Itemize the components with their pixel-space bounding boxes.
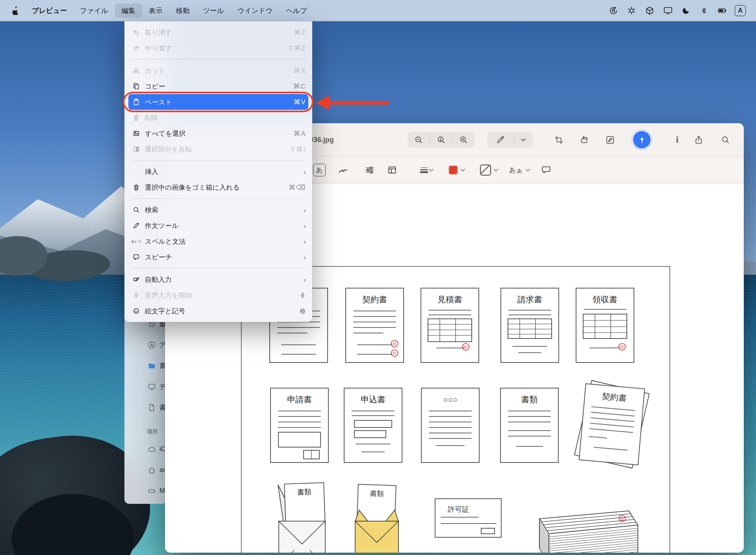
trash-icon xyxy=(131,113,142,122)
sidebar-item-label: M xyxy=(159,487,165,495)
menubar-item-edit[interactable]: 編集 xyxy=(115,4,142,18)
scissors-icon xyxy=(131,66,142,75)
annotate-tool-group xyxy=(487,132,533,148)
assistant-status[interactable] xyxy=(624,4,639,18)
magnifier-minus-icon xyxy=(414,135,423,144)
crop-button[interactable] xyxy=(550,132,568,148)
menubar-item-go[interactable]: 移動 xyxy=(169,4,196,18)
annotation-comment-button[interactable] xyxy=(537,157,555,183)
menu-item-label: 検索 xyxy=(145,205,300,215)
battery-status[interactable] xyxy=(715,4,729,18)
menubar-item-file[interactable]: ファイル xyxy=(73,4,115,18)
chevron-down-icon xyxy=(525,168,530,172)
markup-pen-icon xyxy=(606,135,615,144)
chevron-down-icon xyxy=(493,168,498,172)
markup-button[interactable] xyxy=(601,132,619,148)
menu-item-shortcut: ⌘C xyxy=(293,82,306,91)
sidebar-item-home[interactable]: an xyxy=(124,462,167,478)
doc-title: 書類 xyxy=(521,395,538,404)
menu-item-spelling-grammar[interactable]: あいう スペルと文法 › xyxy=(124,233,312,249)
menu-item-autofill[interactable]: 自動入力 › xyxy=(124,272,312,287)
sidebar-item-applications[interactable]: ア xyxy=(124,337,167,353)
line-weight-button[interactable] xyxy=(415,157,438,183)
pencil-dropdown-button[interactable] xyxy=(514,132,532,148)
doc-title: 請求書 xyxy=(517,295,542,304)
spelling-badge: あいう xyxy=(131,239,141,244)
table-button[interactable] xyxy=(384,157,401,183)
search-button[interactable] xyxy=(717,132,734,148)
rotation-lock-status[interactable] xyxy=(606,4,621,18)
apple-menu[interactable] xyxy=(6,6,26,15)
menubar-item-help[interactable]: ヘルプ xyxy=(280,4,314,18)
menu-item-copy[interactable]: コピー ⌘C xyxy=(124,78,312,94)
fill-color-button[interactable] xyxy=(445,157,468,183)
menu-item-redo[interactable]: やり直す ⇧⌘Z xyxy=(124,40,312,56)
border-color-well xyxy=(480,165,491,176)
microphone-icon xyxy=(131,291,142,300)
menu-item-label: コピー xyxy=(145,82,293,91)
menu-item-cut[interactable]: カット ⌘X xyxy=(124,63,312,78)
menubar-app-name[interactable]: プレビュー xyxy=(26,6,73,15)
menu-item-invert-selection[interactable]: 選択部分を反転 ⇧⌘I xyxy=(124,141,312,157)
screen-mirroring-status[interactable] xyxy=(661,4,675,18)
menu-item-insert[interactable]: 挿入 › xyxy=(124,164,312,179)
doc-invoice: 請求書 xyxy=(501,288,559,363)
menu-item-emoji-symbols[interactable]: 絵文字と記号 xyxy=(124,303,312,319)
doc-title: 許可証 xyxy=(448,505,469,513)
share-button[interactable] xyxy=(690,132,707,148)
zoom-controls xyxy=(408,132,474,148)
menubar-item-view[interactable]: 表示 xyxy=(142,4,169,18)
focus-mode-status[interactable] xyxy=(679,4,693,18)
pen-tip-icon xyxy=(637,135,647,144)
menu-item-paste[interactable]: ペースト ⌘V xyxy=(128,94,308,110)
doc-contract-tilted: 契約書 xyxy=(574,381,649,468)
doc-receipt: 領収書 印 xyxy=(576,288,634,363)
pencil-tool-button[interactable] xyxy=(487,132,514,148)
doc-application: 申請書 xyxy=(271,388,328,462)
doc-contract: 契約書 印 印 xyxy=(346,288,404,363)
paste-icon xyxy=(131,98,142,106)
magnifier-plus-icon xyxy=(459,135,468,144)
adjust-button[interactable] xyxy=(361,157,378,183)
signature-button[interactable] xyxy=(334,157,352,183)
menu-item-writing-tools[interactable]: 作文ツール › xyxy=(124,218,312,233)
sidebar-item-desktop[interactable]: デ xyxy=(124,379,167,394)
menu-item-delete[interactable]: 削除 xyxy=(124,110,312,126)
zoom-out-button[interactable] xyxy=(408,132,430,148)
bluetooth-status[interactable] xyxy=(697,4,711,18)
input-source-status[interactable]: A xyxy=(733,4,747,18)
menu-item-speech[interactable]: スピーチ › xyxy=(124,249,312,265)
menu-item-shortcut: ⌘V xyxy=(294,98,306,106)
stamp: 印 xyxy=(621,517,624,521)
text-tool-glyph: あ xyxy=(316,166,322,175)
sidebar-item-documents[interactable]: 書 xyxy=(124,400,167,415)
text-tool-button[interactable]: あ xyxy=(311,157,328,183)
border-color-button[interactable] xyxy=(478,157,500,183)
menu-item-select-all[interactable]: すべてを選択 ⌘A xyxy=(124,126,312,141)
menubar-item-tools[interactable]: ツール xyxy=(196,4,231,18)
menu-divider xyxy=(131,268,306,268)
box-app-status[interactable] xyxy=(643,4,657,18)
folder-icon xyxy=(147,361,156,370)
menu-item-start-dictation[interactable]: 音声入力を開始 xyxy=(124,287,312,303)
rotate-icon xyxy=(580,135,589,144)
menu-divider xyxy=(131,198,306,199)
sidebar-item-icloud[interactable]: iC xyxy=(124,441,167,457)
doc-title: 申込書 xyxy=(361,395,385,404)
menu-item-undo[interactable]: 取り消す ⌘Z xyxy=(124,24,312,40)
info-button[interactable]: i xyxy=(670,132,684,148)
menu-item-move-to-trash[interactable]: 選択中の画像をゴミ箱に入れる ⌘⌫ xyxy=(124,179,312,195)
paper-label: 書類 xyxy=(370,489,384,498)
markup-toolbar-toggle-button[interactable] xyxy=(633,131,650,148)
menubar-item-window[interactable]: ウインドウ xyxy=(231,4,280,18)
document-icon xyxy=(147,403,156,412)
text-style-button[interactable]: あぁ xyxy=(507,157,533,183)
doc-papers: 書類 xyxy=(500,388,558,462)
stamp: 印 xyxy=(621,345,624,349)
rotate-button[interactable] xyxy=(575,132,593,148)
menu-item-find[interactable]: 検索 › xyxy=(124,202,312,218)
zoom-actual-size-button[interactable] xyxy=(430,132,452,148)
zoom-in-button[interactable] xyxy=(452,132,474,148)
sidebar-item-materials[interactable]: 素 xyxy=(124,358,167,374)
sidebar-item-macintosh-hd[interactable]: M xyxy=(124,483,167,499)
